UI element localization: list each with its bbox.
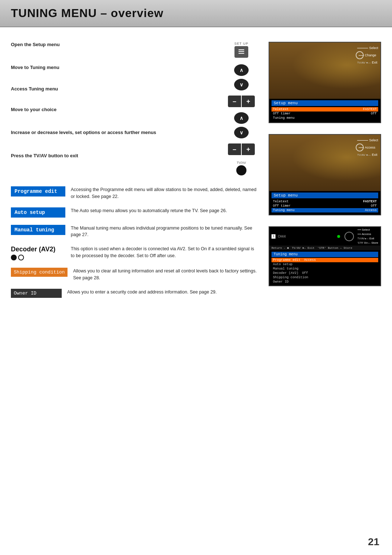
instruction-press-tvav: Press the TV/AV button to exit <box>11 153 211 159</box>
screen3-item-shipping: Shipping condition <box>271 275 378 280</box>
screen3-auto-setup-label: Auto setup <box>273 263 293 266</box>
screen1-select-label: Select <box>357 46 378 50</box>
dot-filled <box>11 255 17 260</box>
decoder-desc: This option is used when a decoder is co… <box>71 246 258 259</box>
owner-id-desc: Allows you to enter a security code and … <box>67 289 258 296</box>
screen2-menu: Setup menu Teletext FASTEXT Off timer Of… <box>269 191 380 215</box>
screen3-access-row: Access <box>358 232 378 236</box>
screen1-nav-circle: Change <box>357 53 378 57</box>
tvav-label: TV/AV <box>237 161 246 165</box>
screen3-item-programme-edit: Programme edit Access <box>271 258 378 262</box>
screen3-decoder-value: Off <box>302 271 308 275</box>
manual-tuning-label: Manual tuning <box>11 225 65 235</box>
button-instructions: Open the Setup menu Move to Tuning menu … <box>11 42 258 175</box>
screen3-channel-num: 1 <box>271 234 275 239</box>
tvav-button[interactable] <box>236 165 246 175</box>
screen3-item-owner-id: Owner ID <box>271 280 378 284</box>
page-header: TUNING MENU – overview <box>0 0 392 27</box>
page-title: TUNING MENU – overview <box>11 7 381 20</box>
menu-item-decoder: Decoder (AV2) This option is used when a… <box>11 246 258 260</box>
screen1-title: Setup menu <box>271 100 378 106</box>
setup-button-group: SET UP <box>234 42 248 58</box>
nav-circle-2 <box>356 143 364 151</box>
screen1-row-offtimer: Off timer Off <box>271 112 378 116</box>
screen3: 1 CH44 Select Access <box>269 226 381 286</box>
shipping-desc: Allows you to clear all tuning informati… <box>73 268 258 281</box>
screen1-teletext-label: Teletext <box>273 108 289 111</box>
screen2-teletext-label: Teletext <box>273 200 289 203</box>
instructions-text: Open the Setup menu Move to Tuning menu … <box>11 42 211 166</box>
screen3-str-text: 'STR' Btn— <box>358 242 371 244</box>
screen3-prog-edit-value: Access <box>304 258 316 262</box>
instruction-access-tuning: Access Tuning menu <box>11 86 211 92</box>
access-text-2: Access <box>365 146 375 149</box>
screen2-offtimer-value: Off <box>371 204 377 208</box>
screen1: Select Change TV/AV ●— Exit Setup menu <box>269 42 381 123</box>
screen3-top-bar: 1 CH44 Select Access <box>269 227 380 246</box>
screen1-row-tuning: Tuning menu <box>271 116 378 120</box>
owner-id-label: Owner ID <box>11 289 62 298</box>
screen3-tuning-menu: Tuning menu Programme edit Access Auto s… <box>269 250 380 285</box>
screen3-select-row: Select <box>358 228 378 231</box>
auto-setup-label: Auto setup <box>11 207 65 218</box>
buttons-column: SET UP ∧ ∨ – <box>225 42 258 175</box>
decoder-dots <box>11 255 65 260</box>
tvav-exit-text: TV/AV ●— <box>357 61 371 64</box>
screen3-prog-edit-label: Programme edit <box>273 258 301 262</box>
minus-button[interactable]: – <box>228 96 241 107</box>
screen3-owner-id-label: Owner ID <box>273 280 289 284</box>
programme-edit-desc: Accessing the Programme edit menu will a… <box>71 186 258 200</box>
screen2-select-label: Select <box>357 138 378 142</box>
screen3-shipping-label: Shipping condition <box>273 276 308 279</box>
nav-up2-button[interactable]: ∧ <box>234 112 249 124</box>
menu-item-shipping: Shipping condition Allows you to clear a… <box>11 268 258 281</box>
screen3-item-auto-setup: Auto setup <box>271 262 378 267</box>
tvav-exit-text-2: TV/AV ●— <box>357 153 371 157</box>
tvav-button-group: TV/AV <box>236 161 246 175</box>
instruction-open-setup: Open the Setup menu <box>11 42 211 48</box>
screen1-offtimer-value: Off <box>371 112 377 116</box>
plus2-button[interactable]: + <box>242 143 255 155</box>
svg-rect-1 <box>238 51 244 52</box>
select-line-2 <box>357 140 368 141</box>
menu-section: Programme edit Accessing the Programme e… <box>11 186 258 298</box>
screen3-exit-row: TV/AV●— Exit <box>358 237 378 240</box>
right-column: Select Change TV/AV ●— Exit Setup menu <box>269 42 381 305</box>
screen2-tuning-value: Access <box>365 208 377 212</box>
nav-down-button[interactable]: ∨ <box>234 79 249 90</box>
exit-text-2: Exit <box>372 153 377 157</box>
select-text-2: Select <box>369 138 378 142</box>
screen3-green-dot <box>337 235 340 238</box>
screen1-image: Select Change TV/AV ●— Exit <box>269 42 380 99</box>
change-text: Change <box>365 53 376 57</box>
plus-minus2-buttons: – + <box>228 143 255 155</box>
screen1-menu: Setup menu Teletext FASTEXT Off timer Of… <box>269 99 380 122</box>
screen3-select-text: Select <box>362 228 370 231</box>
screen2-row-tuning: Tuning menu Access <box>271 208 378 212</box>
setup-label: SET UP <box>234 42 248 45</box>
screen3-store-text: Store <box>371 241 378 244</box>
screen3-item-manual-tuning: Manual tuning <box>271 267 378 271</box>
screen3-access-text: Access <box>362 232 371 236</box>
screen1-right-labels: Select Change TV/AV ●— Exit <box>357 46 378 64</box>
screen2-image: Select Access TV/AV ●— Exit <box>269 135 380 191</box>
screen3-manual-tuning-label: Manual tuning <box>273 267 298 271</box>
setup-button-icon[interactable] <box>234 46 248 58</box>
nav-down2-button[interactable]: ∨ <box>234 127 249 138</box>
screen3-channel-label: CH44 <box>278 235 286 238</box>
menu-item-programme-edit: Programme edit Accessing the Programme e… <box>11 186 258 200</box>
instruction-increase-decrease: Increase or decrease levels, set options… <box>11 130 211 136</box>
svg-rect-2 <box>238 53 244 54</box>
screen3-store-row: 'STR' Btn— Store <box>358 241 378 244</box>
select-line <box>357 48 368 48</box>
screen3-exit-text: Exit <box>369 237 374 240</box>
nav-up-button[interactable]: ∧ <box>234 64 249 76</box>
menu-item-owner-id: Owner ID Allows you to enter a security … <box>11 289 258 298</box>
svg-rect-3 <box>238 50 244 50</box>
minus2-button[interactable]: – <box>228 143 241 155</box>
exit-text: Exit <box>372 61 377 64</box>
dot-empty <box>18 255 24 260</box>
screen2-teletext-value: FASTEXT <box>363 200 377 203</box>
screen3-tvav-text: TV/AV●— <box>358 237 369 240</box>
plus-button[interactable]: + <box>242 96 255 107</box>
